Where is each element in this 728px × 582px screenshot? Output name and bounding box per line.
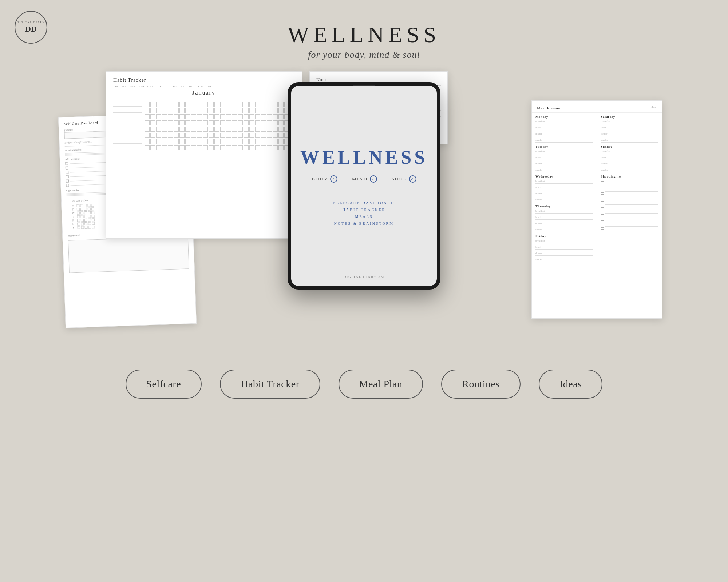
meal-date: date: [628, 106, 657, 110]
tablet-title: WELLNESS [300, 147, 428, 168]
meal-day-wednesday: Wednesday [535, 175, 593, 178]
logo-text: DIGITAL DIARY [17, 21, 45, 24]
tablet-footer: DIGITAL DIARY SM [344, 275, 385, 279]
spreads-container: Habit Tracker JANFEBMARAPRMAYJUN JULAUGS… [55, 71, 673, 355]
mind-check-icon: ✓ [370, 175, 377, 183]
tablet-soul: SOUL ✓ [392, 175, 416, 183]
header-subtitle: for your body, mind & soul [288, 49, 440, 60]
soul-label: SOUL [392, 176, 407, 182]
pill-routines[interactable]: Routines [441, 370, 521, 399]
pill-selfcare[interactable]: Selfcare [126, 370, 202, 399]
shopping-list-title: Shopping list [601, 175, 659, 178]
main-container: DIGITAL DIARY DD WELLNESS for your body,… [0, 0, 728, 582]
tablet: WELLNESS BODY ✓ MIND ✓ SOUL ✓ [288, 82, 440, 290]
tablet-mind: MIND ✓ [352, 175, 377, 183]
habit-grid [106, 102, 302, 150]
menu-selfcare[interactable]: SELFCARE DASHBOARD [333, 201, 395, 205]
menu-notes[interactable]: NOTES & BRAINSTORM [334, 222, 394, 226]
menu-meals[interactable]: MEALS [355, 215, 373, 219]
tablet-menu: SELFCARE DASHBOARD HABIT TRACKER MEALS N… [333, 201, 395, 226]
body-check-icon: ✓ [330, 175, 337, 183]
pills-row: Selfcare Habit Tracker Meal Plan Routine… [126, 370, 603, 399]
meal-day-friday: Friday [535, 234, 593, 238]
tablet-screen: WELLNESS BODY ✓ MIND ✓ SOUL ✓ [291, 86, 437, 286]
meal-day-saturday: Saturday [601, 115, 659, 119]
tablet-icons-row: BODY ✓ MIND ✓ SOUL ✓ [312, 175, 416, 183]
soul-check-icon: ✓ [409, 175, 416, 183]
tablet-body: BODY ✓ [312, 175, 337, 183]
body-label: BODY [312, 176, 328, 182]
habit-tracker-title: Habit Tracker [113, 77, 294, 83]
header: WELLNESS for your body, mind & soul [288, 0, 440, 60]
pill-meal-plan[interactable]: Meal Plan [339, 370, 423, 399]
meal-day-sunday: Sunday [601, 145, 659, 148]
page-title: WELLNESS [288, 22, 440, 48]
habit-tracker-doc: Habit Tracker JANFEBMARAPRMAYJUN JULAUGS… [106, 71, 302, 239]
meal-day-thursday: Thursday [535, 204, 593, 208]
pill-habit-tracker[interactable]: Habit Tracker [220, 370, 320, 399]
habit-months: JANFEBMARAPRMAYJUN JULAUGSEPOCTNOVDEC [113, 85, 294, 88]
sc-mood-board [68, 236, 189, 273]
pill-ideas[interactable]: Ideas [539, 370, 603, 399]
meal-planner-title: Meal Planner [537, 106, 561, 110]
meal-day-tuesday: Tuesday [535, 145, 593, 148]
meal-planner-doc: Meal Planner date: Monday breakfast lunc… [531, 100, 662, 319]
logo-letters: DD [25, 24, 37, 34]
meal-day-monday: Monday [535, 115, 593, 119]
mind-label: MIND [352, 176, 368, 182]
logo: DIGITAL DIARY DD [15, 11, 47, 44]
menu-habit[interactable]: HABIT TRACKER [343, 208, 385, 212]
habit-current-month: January [113, 89, 294, 96]
